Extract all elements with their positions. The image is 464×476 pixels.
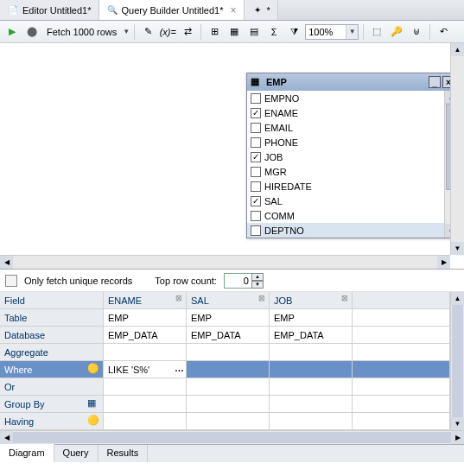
tab-diagram[interactable]: Diagram <box>0 444 54 462</box>
checkbox[interactable] <box>251 167 261 177</box>
grid-cell[interactable] <box>270 413 353 430</box>
tab-results[interactable]: Results <box>99 445 149 462</box>
scroll-down-icon[interactable]: ▼ <box>451 417 464 430</box>
canvas-scrollbar-horizontal[interactable]: ◀ ▶ <box>0 255 450 269</box>
grid-cell[interactable] <box>270 378 353 396</box>
grid-cell[interactable]: EMP_DATA <box>187 327 270 344</box>
where-cell[interactable] <box>353 361 450 378</box>
union-icon[interactable]: ⊎ <box>408 23 425 41</box>
grid-cell[interactable] <box>353 396 450 413</box>
checkbox[interactable] <box>251 123 261 133</box>
brush-icon[interactable]: ✎ <box>139 23 156 41</box>
add-table-icon[interactable]: ⊞ <box>206 23 223 41</box>
checkbox[interactable]: ✓ <box>251 196 261 206</box>
scroll-right-icon[interactable]: ▶ <box>451 431 464 444</box>
grid-cell[interactable]: EMP <box>270 309 353 327</box>
column-list-item[interactable]: PHONE <box>247 135 444 149</box>
grid-cell[interactable]: EMP_DATA <box>104 327 187 344</box>
column-list-item[interactable]: COMM <box>247 208 444 223</box>
col-header[interactable]: JOB⊠ <box>270 292 353 309</box>
checkbox[interactable] <box>251 211 261 221</box>
checkbox[interactable] <box>251 225 261 236</box>
checkbox[interactable]: ✓ <box>251 108 261 118</box>
grid-cell[interactable] <box>353 327 450 344</box>
grid-cell[interactable] <box>187 396 270 413</box>
col-header[interactable]: SAL⊠ <box>187 292 270 309</box>
zoom-input[interactable] <box>306 26 346 38</box>
column-list-item[interactable]: ✓SAL <box>247 194 444 208</box>
tab-editor[interactable]: 📄 Editor Untitled1* <box>0 0 99 20</box>
close-icon[interactable]: × <box>231 4 237 16</box>
grid-cell[interactable]: EMP <box>104 309 187 327</box>
scroll-down-icon[interactable]: ▼ <box>451 242 464 255</box>
grid-cell[interactable] <box>187 378 270 396</box>
filter-icon[interactable]: ⧩ <box>285 23 302 41</box>
checkbox[interactable] <box>251 137 261 148</box>
layout-icon[interactable]: ⬚ <box>368 23 385 41</box>
checkbox[interactable] <box>251 181 261 192</box>
grid-scrollbar-horizontal[interactable]: ◀ ▶ <box>0 430 464 444</box>
dropdown-icon[interactable]: ▼ <box>123 28 130 35</box>
grid-icon[interactable]: ▤ <box>245 23 263 41</box>
ellipsis-icon[interactable]: … <box>175 363 183 373</box>
top-row-input[interactable] <box>224 273 251 289</box>
checkbox[interactable] <box>251 93 261 104</box>
grid-cell[interactable] <box>187 344 270 361</box>
tab-star[interactable]: ✦ * <box>245 0 278 20</box>
canvas-scrollbar-vertical[interactable]: ▲ ▼ <box>450 43 464 255</box>
column-list[interactable]: EMPNO✓ENAMEEMAILPHONE✓JOBMGRHIREDATE✓SAL… <box>247 91 444 238</box>
column-list-item[interactable]: ✓ENAME <box>247 105 444 120</box>
remove-column-icon[interactable]: ⊠ <box>175 294 184 302</box>
remove-column-icon[interactable]: ⊠ <box>341 294 350 302</box>
keys-icon[interactable]: 🔑 <box>388 23 405 41</box>
tab-query[interactable]: Query <box>54 445 99 462</box>
variable-icon[interactable]: (x)= <box>159 23 176 41</box>
grid-cell[interactable] <box>353 378 450 396</box>
scroll-left-icon[interactable]: ◀ <box>0 431 13 444</box>
slider-icon[interactable]: ⇄ <box>179 23 196 41</box>
grid-cell[interactable] <box>353 413 450 430</box>
stop-button[interactable]: ⬤ <box>23 23 41 41</box>
column-list-item[interactable]: DEPTNO <box>247 223 444 238</box>
grid-cell[interactable]: EMP <box>187 309 270 327</box>
unique-records-checkbox[interactable] <box>5 275 17 287</box>
zoom-combo[interactable]: ▼ <box>305 24 359 40</box>
where-cell[interactable] <box>187 361 270 378</box>
grid-cell[interactable] <box>187 413 270 430</box>
grid-cell[interactable] <box>270 396 353 413</box>
table-window-titlebar[interactable]: ▦ EMP _ × <box>247 73 458 91</box>
add-column-icon[interactable]: ▦ <box>226 23 243 41</box>
column-list-item[interactable]: ✓JOB <box>247 149 444 164</box>
sigma-icon[interactable]: Σ <box>265 23 283 41</box>
scroll-up-icon[interactable]: ▲ <box>451 292 464 305</box>
table-window-emp[interactable]: ▦ EMP _ × EMPNO✓ENAMEEMAILPHONE✓JOBMGRHI… <box>246 73 459 238</box>
undo-icon[interactable]: ↶ <box>435 23 452 41</box>
column-list-item[interactable]: HIREDATE <box>247 179 444 194</box>
remove-column-icon[interactable]: ⊠ <box>258 294 267 302</box>
scroll-left-icon[interactable]: ◀ <box>0 256 13 269</box>
run-button[interactable]: ▶ <box>3 23 21 41</box>
column-list-item[interactable]: MGR <box>247 164 444 179</box>
grid-cell[interactable] <box>353 344 450 361</box>
spin-up-icon[interactable]: ▲ <box>251 273 264 281</box>
column-list-item[interactable]: EMPNO <box>247 91 444 105</box>
top-row-spinbox[interactable]: ▲ ▼ <box>224 273 264 289</box>
col-header-empty[interactable] <box>353 292 450 309</box>
grid-scrollbar-vertical[interactable]: ▲ ▼ <box>450 292 464 430</box>
where-cell[interactable] <box>270 361 353 378</box>
checkbox[interactable]: ✓ <box>251 152 261 162</box>
col-header[interactable]: ENAME⊠ <box>104 292 187 309</box>
scroll-right-icon[interactable]: ▶ <box>437 256 450 269</box>
grid-cell[interactable] <box>104 396 187 413</box>
scroll-thumb[interactable] <box>13 432 451 443</box>
scroll-up-icon[interactable]: ▲ <box>451 43 464 56</box>
column-list-item[interactable]: EMAIL <box>247 120 444 135</box>
tab-query-builder[interactable]: 🔍 Query Builder Untitled1* × <box>99 0 245 20</box>
grid-cell[interactable]: EMP_DATA <box>270 327 353 344</box>
minimize-icon[interactable]: _ <box>429 76 441 88</box>
grid-cell[interactable] <box>353 309 450 327</box>
scroll-thumb[interactable] <box>452 305 463 417</box>
chevron-down-icon[interactable]: ▼ <box>346 25 358 39</box>
spin-down-icon[interactable]: ▼ <box>251 281 264 289</box>
grid-cell[interactable] <box>104 344 187 361</box>
